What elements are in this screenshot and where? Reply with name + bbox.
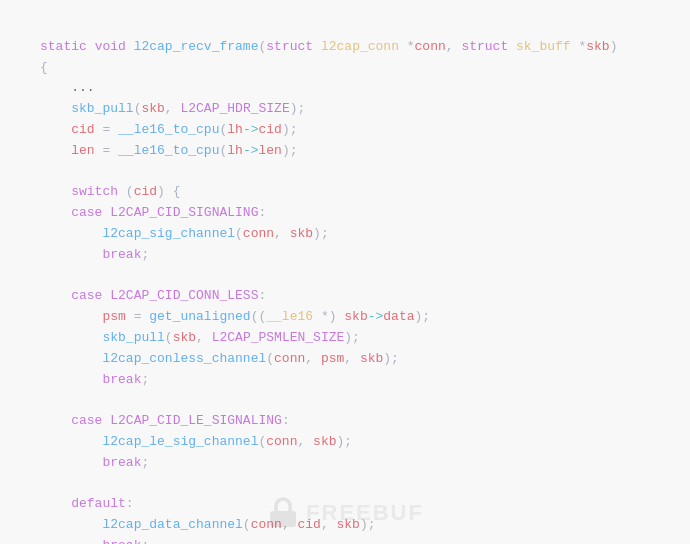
code-token-plain xyxy=(40,101,71,116)
code-token-plain: ); xyxy=(383,351,399,366)
code-token-plain: : xyxy=(258,205,266,220)
code-token-fn: skb_pull xyxy=(71,101,133,116)
code-line xyxy=(40,266,670,287)
code-token-plain xyxy=(40,351,102,366)
code-token-plain xyxy=(40,184,71,199)
code-token-var: conn xyxy=(266,434,297,449)
code-token-plain xyxy=(40,372,102,387)
code-token-var: len xyxy=(71,143,94,158)
code-token-type: sk_buff xyxy=(516,39,571,54)
code-token-plain: { xyxy=(40,60,48,75)
code-line: break; xyxy=(40,453,670,474)
code-token-fn: skb_pull xyxy=(102,330,164,345)
code-token-plain xyxy=(40,309,102,324)
code-token-arrow: -> xyxy=(368,309,384,324)
code-line: break; xyxy=(40,370,670,391)
code-token-kw: case xyxy=(71,205,102,220)
code-token-kw: break xyxy=(102,247,141,262)
code-line: l2cap_le_sig_channel(conn, skb); xyxy=(40,432,670,453)
code-token-fn: get_unaligned xyxy=(149,309,250,324)
code-token-plain: , xyxy=(305,351,321,366)
code-line: ... xyxy=(40,78,670,99)
code-token-plain: ); xyxy=(282,122,298,137)
code-line: skb_pull(skb, L2CAP_PSMLEN_SIZE); xyxy=(40,328,670,349)
code-token-plain: , xyxy=(344,351,360,366)
code-token-plain xyxy=(40,122,71,137)
code-token-plain: ); xyxy=(344,330,360,345)
code-token-var: skb xyxy=(141,101,164,116)
code-token-plain: ); xyxy=(282,143,298,158)
code-token-plain: ( xyxy=(165,330,173,345)
code-token-plain: ); xyxy=(415,309,431,324)
code-token-plain xyxy=(87,39,95,54)
code-token-plain: ; xyxy=(141,247,149,262)
code-token-fn: __le16_to_cpu xyxy=(118,122,219,137)
code-token-plain: ); xyxy=(290,101,306,116)
code-token-arrow: -> xyxy=(243,122,259,137)
code-token-plain: ; xyxy=(141,455,149,470)
code-token-var: skb xyxy=(313,434,336,449)
code-token-fn: l2cap_conless_channel xyxy=(102,351,266,366)
code-token-fn: __le16_to_cpu xyxy=(118,143,219,158)
code-line: l2cap_conless_channel(conn, psm, skb); xyxy=(40,349,670,370)
code-token-kw: case xyxy=(71,288,102,303)
code-token-arrow: -> xyxy=(243,143,259,158)
code-token-plain: ; xyxy=(141,372,149,387)
code-token-plain: , xyxy=(274,226,290,241)
code-token-comment: ... xyxy=(71,80,94,95)
code-token-plain: , xyxy=(196,330,212,345)
code-line: case L2CAP_CID_SIGNALING: xyxy=(40,203,670,224)
code-token-plain xyxy=(40,330,102,345)
code-token-var: conn xyxy=(251,517,282,532)
code-token-plain: ); xyxy=(360,517,376,532)
code-token-plain xyxy=(40,496,71,511)
code-token-var: cid xyxy=(298,517,321,532)
code-token-var: skb xyxy=(337,517,360,532)
code-token-plain xyxy=(40,413,71,428)
code-token-plain xyxy=(40,226,102,241)
code-token-plain: , xyxy=(321,517,337,532)
code-token-macro: L2CAP_CID_CONN_LESS xyxy=(110,288,258,303)
code-token-plain xyxy=(40,247,102,262)
code-token-plain xyxy=(40,205,71,220)
code-token-var: cid xyxy=(258,122,281,137)
code-line: case L2CAP_CID_LE_SIGNALING: xyxy=(40,411,670,432)
code-line: default: xyxy=(40,494,670,515)
code-token-plain: *) xyxy=(313,309,344,324)
code-token-fn: l2cap_sig_channel xyxy=(102,226,235,241)
code-line: skb_pull(skb, L2CAP_HDR_SIZE); xyxy=(40,99,670,120)
code-token-plain: ) xyxy=(610,39,618,54)
code-token-plain xyxy=(126,39,134,54)
code-token-plain: ( xyxy=(266,351,274,366)
code-token-plain: : xyxy=(282,413,290,428)
code-token-var: cid xyxy=(71,122,94,137)
code-token-var: skb xyxy=(360,351,383,366)
code-token-plain xyxy=(40,538,102,544)
code-token-kw: break xyxy=(102,455,141,470)
code-token-fn: l2cap_recv_frame xyxy=(134,39,259,54)
code-line: cid = __le16_to_cpu(lh->cid); xyxy=(40,120,670,141)
code-token-var: skb xyxy=(344,309,367,324)
code-token-fn: l2cap_data_channel xyxy=(102,517,242,532)
code-token-var: conn xyxy=(243,226,274,241)
code-token-plain: , xyxy=(282,517,298,532)
code-token-plain: ; xyxy=(141,538,149,544)
code-token-plain: , xyxy=(297,434,313,449)
code-token-var: conn xyxy=(274,351,305,366)
code-token-plain: = xyxy=(126,309,149,324)
code-token-plain xyxy=(40,455,102,470)
code-token-plain xyxy=(40,434,102,449)
code-token-var: cid xyxy=(134,184,157,199)
code-token-plain: : xyxy=(258,288,266,303)
code-token-plain xyxy=(40,143,71,158)
code-token-plain: = xyxy=(95,143,118,158)
code-token-var: psm xyxy=(102,309,125,324)
code-line: l2cap_sig_channel(conn, skb); xyxy=(40,224,670,245)
code-line: case L2CAP_CID_CONN_LESS: xyxy=(40,286,670,307)
code-token-kw: static xyxy=(40,39,87,54)
code-line xyxy=(40,474,670,495)
code-line xyxy=(40,390,670,411)
code-token-plain xyxy=(40,288,71,303)
code-token-var: skb xyxy=(290,226,313,241)
code-token-plain: ); xyxy=(313,226,329,241)
